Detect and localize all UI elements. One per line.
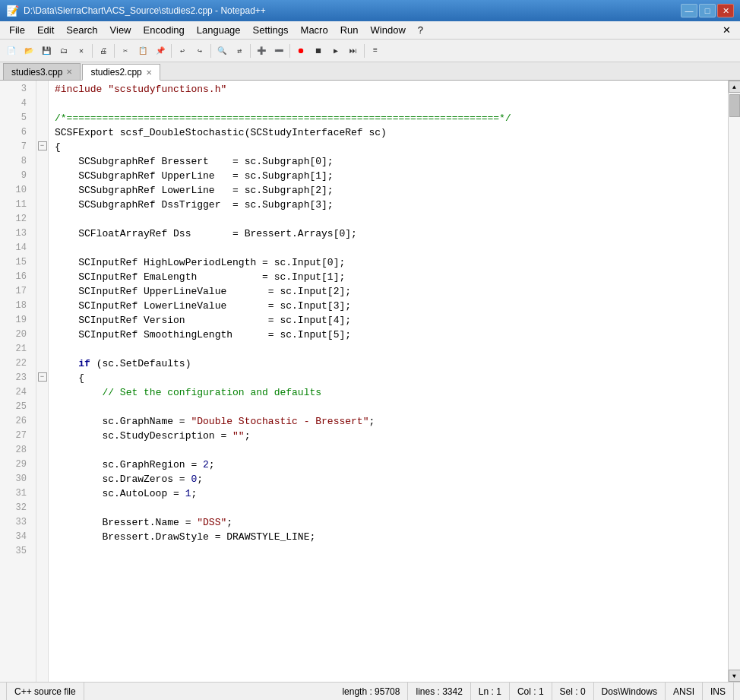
tb-paste[interactable]: 📌 bbox=[152, 43, 169, 59]
menu-edit[interactable]: Edit bbox=[31, 21, 60, 39]
tab-studies2[interactable]: studies2.cpp ✕ bbox=[82, 64, 160, 81]
status-lines: lines : 3342 bbox=[408, 683, 470, 700]
tb-print[interactable]: 🖨 bbox=[95, 43, 112, 59]
tb-new[interactable]: 📄 bbox=[3, 43, 20, 59]
line-number-34: 34 bbox=[0, 530, 31, 544]
tb-play-all[interactable]: ⏭ bbox=[345, 43, 362, 59]
tb-replace[interactable]: ⇄ bbox=[231, 43, 248, 59]
code-line-21 bbox=[55, 342, 722, 356]
menu-run[interactable]: Run bbox=[334, 21, 365, 39]
menu-encoding[interactable]: Encoding bbox=[138, 21, 191, 39]
menu-language[interactable]: Language bbox=[191, 21, 247, 39]
tb-open[interactable]: 📂 bbox=[21, 43, 37, 59]
line-number-3: 3 bbox=[0, 82, 31, 97]
tb-undo[interactable]: ↩ bbox=[174, 43, 191, 59]
tb-zoom-out[interactable]: ➖ bbox=[270, 43, 287, 59]
tab-studies3[interactable]: studies3.cpp ✕ bbox=[3, 63, 81, 80]
tb-save[interactable]: 💾 bbox=[38, 43, 55, 59]
tb-play[interactable]: ▶ bbox=[327, 43, 344, 59]
tb-redo[interactable]: ↪ bbox=[191, 43, 208, 59]
tb-stop[interactable]: ⏹ bbox=[310, 43, 327, 59]
status-ln: Ln : 1 bbox=[471, 683, 510, 700]
line-number-23: 23 bbox=[0, 371, 31, 385]
tb-saveall[interactable]: 🗂 bbox=[55, 43, 72, 59]
line-number-24: 24 bbox=[0, 385, 31, 400]
tb-extra1[interactable]: ≡ bbox=[367, 43, 384, 59]
scroll-down[interactable]: ▼ bbox=[729, 670, 741, 682]
line-number-30: 30 bbox=[0, 472, 31, 486]
menu-search[interactable]: Search bbox=[60, 21, 103, 39]
menu-help[interactable]: ? bbox=[412, 21, 429, 39]
line-number-6: 6 bbox=[0, 125, 31, 140]
line-number-22: 22 bbox=[0, 356, 31, 371]
code-line-23: { bbox=[55, 371, 722, 385]
tb-close[interactable]: ✕ bbox=[73, 43, 90, 59]
editor-container: 3456789101112131415161718192021222324252… bbox=[0, 81, 740, 682]
menu-view[interactable]: View bbox=[104, 21, 138, 39]
line-number-18: 18 bbox=[0, 299, 31, 313]
fold-column: −− bbox=[36, 81, 49, 682]
scroll-track[interactable] bbox=[729, 93, 741, 670]
tb-cut[interactable]: ✂ bbox=[117, 43, 134, 59]
line-number-31: 31 bbox=[0, 486, 31, 501]
code-line-13: SCFloatArrayRef Dss = Bressert.Arrays[0]… bbox=[55, 226, 722, 241]
code-line-15: SCInputRef HighLowPeriodLength = sc.Inpu… bbox=[55, 255, 722, 270]
line-number-17: 17 bbox=[0, 284, 31, 299]
fold-marker-23[interactable]: − bbox=[36, 369, 48, 384]
scroll-up[interactable]: ▲ bbox=[729, 81, 741, 93]
maximize-button[interactable]: □ bbox=[699, 4, 716, 17]
code-line-11: SCSubgraphRef DssTrigger = sc.Subgraph[3… bbox=[55, 198, 722, 212]
code-line-20: SCInputRef SmoothingLength = sc.Input[5]… bbox=[55, 328, 722, 342]
code-line-32 bbox=[55, 501, 722, 515]
code-line-34: Bressert.DrawStyle = DRAWSTYLE_LINE; bbox=[55, 530, 722, 544]
line-number-27: 27 bbox=[0, 429, 31, 443]
line-numbers: 3456789101112131415161718192021222324252… bbox=[0, 81, 36, 682]
titlebar-title: D:\Data\SierraChart\ACS_Source\studies2.… bbox=[24, 5, 266, 16]
line-number-13: 13 bbox=[0, 226, 31, 241]
tabs-bar: studies3.cpp ✕ studies2.cpp ✕ bbox=[0, 62, 740, 81]
fold-marker-7[interactable]: − bbox=[36, 138, 48, 153]
tab-studies2-close[interactable]: ✕ bbox=[146, 68, 152, 77]
code-line-25 bbox=[55, 400, 722, 414]
tb-sep-4 bbox=[210, 44, 211, 58]
code-line-19: SCInputRef Version = sc.Input[4]; bbox=[55, 313, 722, 328]
close-button[interactable]: ✕ bbox=[717, 4, 734, 17]
tb-sep-1 bbox=[92, 44, 93, 58]
tb-sep-6 bbox=[289, 44, 290, 58]
toolbar: 📄 📂 💾 🗂 ✕ 🖨 ✂ 📋 📌 ↩ ↪ 🔍 ⇄ ➕ ➖ ⏺ ⏹ ▶ ⏭ ≡ bbox=[0, 40, 740, 62]
status-filetype: C++ source file bbox=[6, 683, 84, 700]
menu-window[interactable]: Window bbox=[365, 21, 412, 39]
tb-sep-2 bbox=[114, 44, 115, 58]
line-number-11: 11 bbox=[0, 198, 31, 212]
line-number-4: 4 bbox=[0, 97, 31, 111]
code-line-27: sc.StudyDescription = ""; bbox=[55, 429, 722, 443]
code-area[interactable]: #include "scstudyfunctions.h" /*========… bbox=[49, 81, 728, 682]
menu-settings[interactable]: Settings bbox=[247, 21, 295, 39]
titlebar: 📝 D:\Data\SierraChart\ACS_Source\studies… bbox=[0, 0, 740, 21]
tab-studies3-close[interactable]: ✕ bbox=[66, 68, 72, 76]
line-number-20: 20 bbox=[0, 328, 31, 342]
menu-macro[interactable]: Macro bbox=[295, 21, 334, 39]
titlebar-controls: — □ ✕ bbox=[681, 4, 734, 17]
line-number-29: 29 bbox=[0, 458, 31, 472]
tb-sep-7 bbox=[364, 44, 365, 58]
tab-studies3-label: studies3.cpp bbox=[11, 67, 62, 78]
tb-sep-3 bbox=[171, 44, 172, 58]
tab-studies2-label: studies2.cpp bbox=[90, 67, 141, 78]
scrollbar[interactable]: ▲ ▼ bbox=[728, 81, 740, 682]
scroll-thumb[interactable] bbox=[729, 94, 740, 117]
tb-copy[interactable]: 📋 bbox=[134, 43, 151, 59]
tb-record[interactable]: ⏺ bbox=[293, 43, 309, 59]
code-line-18: SCInputRef LowerLineValue = sc.Input[3]; bbox=[55, 299, 722, 313]
menu-file[interactable]: File bbox=[3, 21, 31, 39]
line-number-10: 10 bbox=[0, 183, 31, 198]
tb-zoom-in[interactable]: ➕ bbox=[253, 43, 270, 59]
line-number-32: 32 bbox=[0, 501, 31, 515]
tb-find[interactable]: 🔍 bbox=[213, 43, 230, 59]
code-line-33: Bressert.Name = "DSS"; bbox=[55, 515, 722, 530]
minimize-button[interactable]: — bbox=[681, 4, 697, 17]
status-length: length : 95708 bbox=[334, 683, 408, 700]
line-number-28: 28 bbox=[0, 443, 31, 458]
status-col: Col : 1 bbox=[510, 683, 552, 700]
close-window-x[interactable]: ✕ bbox=[716, 21, 737, 39]
